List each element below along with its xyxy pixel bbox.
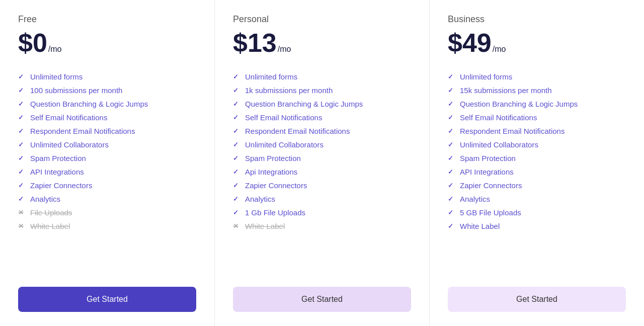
check-icon-personal-6: ✓ bbox=[233, 154, 240, 162]
cross-icon-personal-11: ✕ bbox=[233, 222, 240, 230]
feature-item-personal-2: ✓Question Branching & Logic Jumps bbox=[233, 97, 411, 111]
feature-text-free-8: Zapier Connectors bbox=[30, 181, 92, 190]
feature-text-business-8: Zapier Connectors bbox=[460, 181, 522, 190]
feature-item-free-10: ✕File Uploads bbox=[18, 206, 196, 219]
plan-name-business: Business bbox=[448, 14, 626, 25]
feature-item-free-3: ✓Self Email Notifications bbox=[18, 111, 196, 124]
check-icon-business-4: ✓ bbox=[448, 127, 455, 135]
feature-item-business-11: ✓White Label bbox=[448, 219, 626, 233]
feature-item-business-10: ✓5 GB File Uploads bbox=[448, 206, 626, 219]
feature-text-free-1: 100 submissions per month bbox=[30, 86, 122, 95]
feature-item-free-11: ✕White Label bbox=[18, 219, 196, 233]
check-icon-business-3: ✓ bbox=[448, 114, 455, 121]
feature-item-free-5: ✓Unlimited Collaborators bbox=[18, 138, 196, 151]
feature-item-personal-8: ✓Zapier Connectors bbox=[233, 179, 411, 192]
check-icon-personal-9: ✓ bbox=[233, 195, 240, 203]
check-icon-free-0: ✓ bbox=[18, 73, 25, 80]
check-icon-free-6: ✓ bbox=[18, 154, 25, 162]
feature-item-business-4: ✓Respondent Email Notifications bbox=[448, 124, 626, 138]
feature-item-personal-6: ✓Spam Protection bbox=[233, 151, 411, 165]
check-icon-business-0: ✓ bbox=[448, 73, 455, 80]
price-amount-free: $0 bbox=[18, 28, 47, 58]
feature-text-business-2: Question Branching & Logic Jumps bbox=[460, 100, 578, 108]
plan-name-personal: Personal bbox=[233, 14, 411, 25]
check-icon-personal-5: ✓ bbox=[233, 141, 240, 148]
check-icon-personal-0: ✓ bbox=[233, 73, 240, 80]
check-icon-business-6: ✓ bbox=[448, 154, 455, 162]
plan-name-free: Free bbox=[18, 14, 196, 25]
feature-item-business-1: ✓15k submissions per month bbox=[448, 84, 626, 97]
feature-text-free-3: Self Email Notifications bbox=[30, 113, 107, 122]
cross-icon-free-11: ✕ bbox=[18, 222, 25, 230]
feature-item-personal-1: ✓1k submissions per month bbox=[233, 84, 411, 97]
features-list-business: ✓Unlimited forms✓15k submissions per mon… bbox=[448, 70, 626, 278]
feature-item-free-0: ✓Unlimited forms bbox=[18, 70, 196, 84]
feature-item-business-7: ✓API Integrations bbox=[448, 165, 626, 179]
feature-item-personal-10: ✓1 Gb File Uploads bbox=[233, 206, 411, 219]
feature-text-personal-4: Respondent Email Notifications bbox=[245, 127, 350, 135]
plan-column-free: Free$0/mo✓Unlimited forms✓100 submission… bbox=[0, 0, 215, 326]
feature-text-business-7: API Integrations bbox=[460, 168, 514, 176]
feature-item-free-9: ✓Analytics bbox=[18, 192, 196, 206]
feature-item-personal-4: ✓Respondent Email Notifications bbox=[233, 124, 411, 138]
check-icon-business-10: ✓ bbox=[448, 209, 455, 216]
feature-item-free-6: ✓Spam Protection bbox=[18, 151, 196, 165]
check-icon-personal-4: ✓ bbox=[233, 127, 240, 135]
check-icon-free-3: ✓ bbox=[18, 114, 25, 121]
feature-item-personal-3: ✓Self Email Notifications bbox=[233, 111, 411, 124]
feature-text-business-3: Self Email Notifications bbox=[460, 113, 537, 122]
plan-price-personal: $13/mo bbox=[233, 28, 411, 58]
features-list-personal: ✓Unlimited forms✓1k submissions per mont… bbox=[233, 70, 411, 278]
feature-text-personal-5: Unlimited Collaborators bbox=[245, 140, 324, 149]
check-icon-personal-10: ✓ bbox=[233, 209, 240, 216]
feature-text-personal-6: Spam Protection bbox=[245, 154, 301, 162]
feature-text-personal-8: Zapier Connectors bbox=[245, 181, 307, 190]
feature-text-free-11: White Label bbox=[30, 222, 70, 230]
feature-item-personal-9: ✓Analytics bbox=[233, 192, 411, 206]
check-icon-free-7: ✓ bbox=[18, 168, 25, 176]
feature-text-free-9: Analytics bbox=[30, 195, 60, 203]
check-icon-personal-2: ✓ bbox=[233, 100, 240, 108]
price-per-personal: /mo bbox=[278, 45, 291, 54]
cta-button-free[interactable]: Get Started bbox=[18, 287, 196, 312]
plan-price-business: $49/mo bbox=[448, 28, 626, 58]
feature-item-personal-11: ✕White Label bbox=[233, 219, 411, 233]
check-icon-free-9: ✓ bbox=[18, 195, 25, 203]
price-amount-personal: $13 bbox=[233, 28, 277, 58]
feature-text-business-4: Respondent Email Notifications bbox=[460, 127, 565, 135]
check-icon-business-7: ✓ bbox=[448, 168, 455, 176]
feature-text-personal-2: Question Branching & Logic Jumps bbox=[245, 100, 363, 108]
feature-item-business-9: ✓Analytics bbox=[448, 192, 626, 206]
cta-button-business[interactable]: Get Started bbox=[448, 287, 626, 312]
check-icon-free-8: ✓ bbox=[18, 182, 25, 189]
feature-item-free-7: ✓API Integrations bbox=[18, 165, 196, 179]
feature-item-free-4: ✓Respondent Email Notifications bbox=[18, 124, 196, 138]
check-icon-free-5: ✓ bbox=[18, 141, 25, 148]
feature-item-personal-7: ✓Api Integrations bbox=[233, 165, 411, 179]
feature-text-personal-0: Unlimited forms bbox=[245, 72, 297, 81]
feature-text-free-0: Unlimited forms bbox=[30, 72, 83, 81]
check-icon-free-1: ✓ bbox=[18, 87, 25, 94]
feature-text-free-4: Respondent Email Notifications bbox=[30, 127, 135, 135]
cta-button-personal[interactable]: Get Started bbox=[233, 287, 411, 312]
feature-item-business-2: ✓Question Branching & Logic Jumps bbox=[448, 97, 626, 111]
feature-text-business-9: Analytics bbox=[460, 195, 490, 203]
check-icon-free-4: ✓ bbox=[18, 127, 25, 135]
feature-text-free-10: File Uploads bbox=[30, 208, 72, 217]
check-icon-personal-1: ✓ bbox=[233, 87, 240, 94]
price-per-business: /mo bbox=[493, 45, 506, 54]
price-per-free: /mo bbox=[48, 45, 62, 54]
feature-text-personal-7: Api Integrations bbox=[245, 168, 297, 176]
feature-text-business-0: Unlimited forms bbox=[460, 72, 512, 81]
check-icon-personal-8: ✓ bbox=[233, 182, 240, 189]
pricing-container: Free$0/mo✓Unlimited forms✓100 submission… bbox=[0, 0, 644, 326]
feature-text-business-1: 15k submissions per month bbox=[460, 86, 552, 95]
feature-item-free-1: ✓100 submissions per month bbox=[18, 84, 196, 97]
feature-text-free-6: Spam Protection bbox=[30, 154, 86, 162]
feature-text-free-7: API Integrations bbox=[30, 168, 84, 176]
plan-column-personal: Personal$13/mo✓Unlimited forms✓1k submis… bbox=[215, 0, 430, 326]
feature-item-personal-0: ✓Unlimited forms bbox=[233, 70, 411, 84]
check-icon-personal-3: ✓ bbox=[233, 114, 240, 121]
check-icon-free-2: ✓ bbox=[18, 100, 25, 108]
check-icon-business-5: ✓ bbox=[448, 141, 455, 148]
